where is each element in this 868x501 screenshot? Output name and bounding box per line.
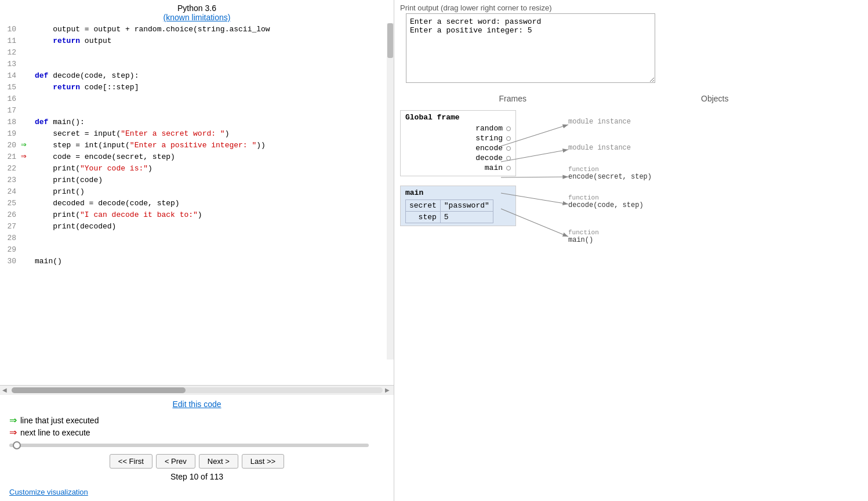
code-line-12: 12 — [0, 46, 394, 58]
line-num-14: 14 — [2, 71, 21, 80]
v-scrollbar-thumb[interactable] — [387, 23, 393, 58]
frame-var-decode: decode — [475, 154, 503, 162]
python-version-title: Python 3.6 — [177, 3, 216, 13]
obj-module-instance-1: module instance — [568, 116, 631, 126]
main-frame-row-secret: secret "password" — [406, 200, 493, 212]
obj-function-main: function main() — [568, 229, 599, 244]
main-frame-secret-value: "password" — [440, 200, 493, 212]
line-num-20: 20 — [2, 141, 21, 150]
code-scroll: 10 output = output + random.choice(strin… — [0, 23, 394, 267]
frame-dot-decode — [506, 156, 511, 161]
line-num-25: 25 — [2, 199, 21, 208]
print-output-box[interactable]: Enter a secret word: password Enter a po… — [406, 13, 655, 83]
code-line-22: 22 print("Your code is:") — [0, 162, 394, 174]
edit-link[interactable]: Edit this code — [172, 400, 221, 409]
frame-row-random: random — [405, 124, 511, 133]
scroll-left-arrow[interactable]: ◀ — [2, 387, 7, 393]
code-line-15: 15 return code[::step] — [0, 81, 394, 93]
line-num-26: 26 — [2, 210, 21, 219]
nav-buttons: << First < Prev Next > Last >> — [0, 452, 394, 471]
vertical-scrollbar[interactable] — [387, 23, 394, 360]
edit-link-area: Edit this code — [0, 394, 394, 412]
visualization-area: Global frame random string encode — [400, 110, 862, 342]
code-line-24: 24 print() — [0, 186, 394, 197]
frame-row-main: main — [405, 164, 511, 172]
line-num-15: 15 — [2, 83, 21, 92]
first-button[interactable]: << First — [110, 454, 152, 469]
slider-thumb[interactable] — [13, 441, 21, 449]
code-line-21: 21 ⇒ code = encode(secret, step) — [0, 151, 394, 162]
code-line-20: 20 ⇒ step = int(input("Enter a positive … — [0, 139, 394, 151]
code-line-19: 19 secret = input("Enter a secret word: … — [0, 128, 394, 139]
main-frame-step-name: step — [406, 212, 441, 223]
frames-label: Frames — [499, 94, 526, 103]
frame-dot-string — [506, 136, 511, 141]
line-num-19: 19 — [2, 129, 21, 138]
code-line-26: 26 print("I can decode it back to:") — [0, 209, 394, 220]
line-num-24: 24 — [2, 187, 21, 196]
customize-link-area: Customize visualization — [0, 485, 394, 501]
legend-area: ⇒ line that just executed ⇒ next line to… — [0, 412, 394, 441]
line-num-17: 17 — [2, 106, 21, 115]
frame-dot-main — [506, 166, 511, 170]
objects-label: Objects — [701, 94, 728, 103]
frames-col: Global frame random string encode — [400, 110, 516, 342]
main-frame-row-step: step 5 — [406, 212, 493, 223]
code-area: 10 output = output + random.choice(strin… — [0, 23, 394, 385]
code-line-11: 11 return output — [0, 35, 394, 46]
frame-row-decode: decode — [405, 154, 511, 162]
slider-track[interactable] — [9, 444, 369, 447]
print-output-container: Enter a secret word: password Enter a po… — [400, 13, 862, 85]
line-num-23: 23 — [2, 176, 21, 184]
legend-red-arrow: ⇒ — [9, 427, 17, 438]
main-frame-title: main — [405, 188, 511, 197]
line-num-12: 12 — [2, 48, 21, 57]
prev-button[interactable]: < Prev — [156, 454, 195, 469]
arrow-20: ⇒ — [21, 140, 35, 150]
known-limitations-link[interactable]: (known limitations) — [164, 13, 231, 22]
frame-row-encode: encode — [405, 144, 511, 153]
code-line-10: 10 output = output + random.choice(strin… — [0, 23, 394, 35]
next-button[interactable]: Next > — [199, 454, 238, 469]
frame-row-string: string — [405, 134, 511, 143]
code-line-27: 27 print(decoded) — [0, 220, 394, 232]
h-scrollbar-track[interactable] — [12, 387, 383, 393]
scroll-right-arrow[interactable]: ▶ — [385, 387, 390, 393]
frame-dot-encode — [506, 146, 511, 151]
customize-link[interactable]: Customize visualization — [9, 488, 88, 496]
code-line-23: 23 print(code) — [0, 174, 394, 186]
frames-objects-area: Frames Objects Global frame random — [394, 89, 868, 501]
line-num-21: 21 — [2, 153, 21, 161]
code-line-18: 18 def main(): — [0, 116, 394, 128]
header-area: Python 3.6 (known limitations) — [0, 0, 394, 23]
line-num-28: 28 — [2, 234, 21, 242]
step-info: Step 10 of 113 — [0, 471, 394, 485]
line-num-11: 11 — [2, 37, 21, 45]
code-line-29: 29 — [0, 244, 394, 255]
line-num-29: 29 — [2, 245, 21, 254]
left-panel: Python 3.6 (known limitations) 10 output… — [0, 0, 394, 501]
code-line-16: 16 — [0, 93, 394, 104]
legend-green: ⇒ line that just executed — [9, 415, 384, 426]
print-output-label: Print output (drag lower right corner to… — [394, 0, 868, 13]
legend-red: ⇒ next line to execute — [9, 427, 384, 438]
slider-area — [0, 441, 394, 452]
frame-var-main: main — [485, 164, 503, 172]
code-line-30: 30 main() — [0, 255, 394, 267]
main-frame-table: secret "password" step 5 — [405, 199, 493, 223]
line-num-10: 10 — [2, 25, 21, 34]
h-scrollbar-area[interactable]: ◀ ▶ — [0, 385, 394, 394]
arrow-21: ⇒ — [21, 152, 35, 161]
code-line-17: 17 — [0, 104, 394, 116]
obj-module-instance-2: module instance — [568, 142, 631, 152]
code-line-14: 14 def decode(code, step): — [0, 70, 394, 81]
frame-var-string: string — [475, 134, 503, 143]
main-frame-step-value: 5 — [440, 212, 493, 223]
main-frame-box: main secret "password" step 5 — [400, 186, 516, 226]
last-button[interactable]: Last >> — [242, 454, 284, 469]
legend-green-label: line that just executed — [20, 416, 99, 425]
line-num-30: 30 — [2, 257, 21, 266]
h-scrollbar-thumb[interactable] — [12, 387, 186, 393]
global-frame-title: Global frame — [405, 113, 511, 122]
line-num-22: 22 — [2, 164, 21, 173]
